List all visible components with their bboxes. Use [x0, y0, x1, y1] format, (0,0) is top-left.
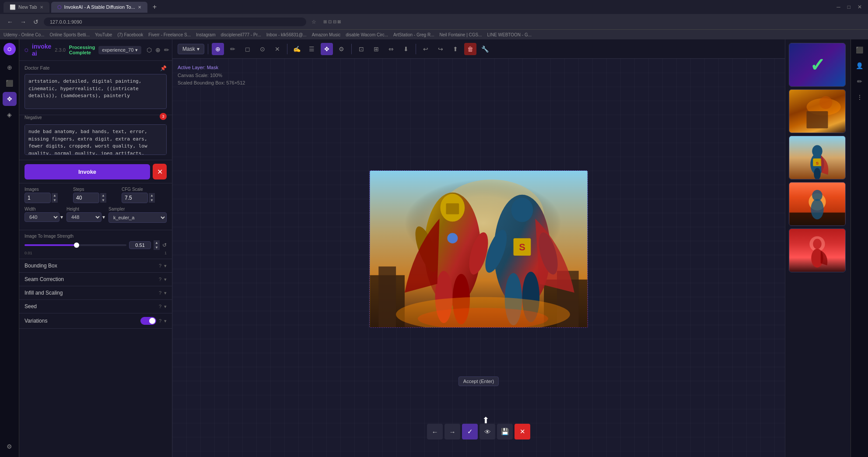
strength-up[interactable]: ▲: [154, 240, 160, 245]
mask-selector[interactable]: Mask ▾: [178, 44, 204, 54]
tool-crosshair[interactable]: ✥: [321, 43, 333, 55]
tool-wrench[interactable]: 🔧: [479, 43, 491, 55]
thumbnail-2[interactable]: [789, 89, 846, 133]
tool-upload[interactable]: ⬆: [449, 43, 462, 55]
tool-move[interactable]: ⊕: [212, 43, 224, 55]
bookmark-star[interactable]: ☆: [312, 19, 316, 25]
bounding-box-question-icon[interactable]: ?: [159, 263, 161, 268]
bookmark-item-disciple[interactable]: discipleneil777 - Pr...: [220, 32, 261, 37]
tool-download[interactable]: ⬇: [400, 43, 412, 55]
right-icon-1[interactable]: ⬛: [853, 43, 867, 57]
variations-header[interactable]: Variations ? ▾: [19, 313, 172, 328]
steps-down[interactable]: ▼: [100, 198, 106, 203]
tab-invoke-close[interactable]: ✕: [138, 5, 141, 10]
tool-close[interactable]: ✕: [271, 43, 284, 55]
tool-brush[interactable]: ✏: [227, 43, 239, 55]
sidebar-icon-generate[interactable]: ⊕: [3, 60, 17, 74]
tool-flip[interactable]: ⇔: [385, 43, 397, 55]
bookmark-item-fiverr[interactable]: Fiverr - Freelance S...: [148, 32, 191, 37]
cancel-button[interactable]: ✕: [153, 164, 167, 179]
steps-up[interactable]: ▲: [100, 193, 106, 198]
bookmark-item-artstation[interactable]: ArtStation - Greg R...: [393, 32, 434, 37]
tool-menu[interactable]: ☰: [306, 43, 318, 55]
seam-question-icon[interactable]: ?: [159, 277, 161, 282]
tool-redo[interactable]: ↪: [434, 43, 447, 55]
back-button[interactable]: ←: [5, 18, 15, 26]
close-button[interactable]: ✕: [514, 424, 530, 439]
variations-toggle[interactable]: [140, 317, 156, 325]
bookmark-item-webtoon[interactable]: LINE WEBTOON - G...: [487, 32, 532, 37]
infill-scaling-header[interactable]: Infill and Scaling ? ▾: [19, 286, 172, 299]
window-close[interactable]: ✕: [858, 4, 862, 10]
seed-header[interactable]: Seed ? ▾: [19, 300, 172, 313]
images-up[interactable]: ▲: [52, 193, 58, 198]
refresh-button[interactable]: ↺: [32, 18, 40, 26]
right-icon-2[interactable]: 👤: [853, 59, 867, 73]
forward-button[interactable]: →: [18, 18, 28, 26]
window-minimize[interactable]: ─: [836, 4, 840, 10]
sampler-select[interactable]: k_euler_a: [108, 212, 167, 223]
header-icon-3[interactable]: ✏: [164, 46, 169, 53]
tool-eraser[interactable]: ◻: [242, 43, 254, 55]
tool-settings[interactable]: ⚙: [336, 43, 348, 55]
tool-copy[interactable]: ⊡: [355, 43, 368, 55]
strength-input[interactable]: [129, 241, 151, 249]
pin-icon[interactable]: 📌: [160, 65, 167, 71]
cfg-down[interactable]: ▼: [149, 198, 155, 203]
model-selector[interactable]: experience_70 ▾: [98, 46, 141, 54]
tool-paste[interactable]: ⊞: [370, 43, 382, 55]
tool-delete[interactable]: 🗑: [464, 43, 476, 55]
strength-slider[interactable]: [24, 244, 126, 246]
bookmark-item-wacom[interactable]: disable Wacom Circ...: [346, 32, 388, 37]
cfg-up[interactable]: ▲: [149, 193, 155, 198]
width-select[interactable]: 640: [24, 212, 60, 222]
bookmark-item-sports[interactable]: Online Sports Betti...: [49, 32, 90, 37]
infill-question-icon[interactable]: ?: [159, 290, 161, 295]
bookmark-item-instagram[interactable]: Instagram: [196, 32, 215, 37]
bookmark-item-facebook[interactable]: (7) Facebook: [117, 32, 143, 37]
tool-zoom[interactable]: ⊙: [256, 43, 269, 55]
new-tab-button[interactable]: +: [149, 2, 160, 12]
header-icon-2[interactable]: ⊕: [155, 46, 161, 53]
right-icon-3[interactable]: ✏: [853, 74, 867, 88]
tool-undo[interactable]: ↩: [420, 43, 432, 55]
bookmark-item-youtube[interactable]: YouTube: [95, 32, 112, 37]
height-select[interactable]: 448: [66, 212, 102, 222]
bookmark-item-amazon[interactable]: Amazon Music: [312, 32, 341, 37]
variations-question-icon[interactable]: ?: [159, 318, 161, 323]
accept-button[interactable]: ✓: [462, 424, 478, 439]
thumbnail-3[interactable]: S: [789, 136, 846, 179]
steps-input[interactable]: [73, 193, 99, 203]
sidebar-icon-canvas[interactable]: ✥: [3, 92, 17, 106]
strength-reset-icon[interactable]: ↺: [162, 242, 167, 248]
sidebar-icon-settings[interactable]: ⚙: [3, 439, 17, 453]
thumbnail-1[interactable]: ✓: [789, 43, 846, 87]
tab-new-tab-close[interactable]: ✕: [40, 5, 43, 10]
tab-invokea[interactable]: ⬡ InvokeAI - A Stable Diffusion To... ✕: [51, 2, 147, 13]
negative-prompt-input[interactable]: nude bad anatomy, bad hands, text, error…: [24, 124, 167, 155]
app-logo-icon[interactable]: ⬡: [4, 43, 16, 55]
seam-correction-header[interactable]: Seam Correction ? ▾: [19, 273, 172, 286]
next-button[interactable]: →: [444, 424, 460, 439]
tab-new-tab[interactable]: ⬜ New Tab ✕: [4, 2, 49, 13]
thumbnail-4[interactable]: [789, 182, 846, 226]
window-maximize[interactable]: □: [847, 4, 850, 10]
invoke-button[interactable]: Invoke: [24, 164, 150, 179]
prev-button[interactable]: ←: [427, 424, 443, 439]
positive-prompt-input[interactable]: artstation, detailed, digital painting, …: [24, 74, 167, 109]
bookmark-item-neil[interactable]: Neil Fontaine | CGS...: [439, 32, 482, 37]
sidebar-icon-gallery[interactable]: ⬛: [3, 76, 17, 90]
save-button[interactable]: 💾: [497, 424, 513, 439]
cfg-input[interactable]: [122, 193, 148, 203]
url-bar[interactable]: 127.0.0.1:9090: [44, 18, 306, 26]
tool-pencil[interactable]: ✍: [291, 43, 303, 55]
bounding-box-header[interactable]: Bounding Box ? ▾: [19, 259, 172, 272]
sidebar-icon-nodes[interactable]: ◈: [3, 108, 17, 122]
bookmark-item-inbox[interactable]: Inbox - klk56831@...: [266, 32, 307, 37]
strength-down[interactable]: ▼: [154, 245, 160, 250]
header-icon-1[interactable]: ⬡: [147, 46, 152, 53]
images-input[interactable]: [24, 193, 51, 203]
thumbnail-5[interactable]: [789, 228, 846, 272]
bookmark-item-udemy[interactable]: Udemy - Online Co...: [4, 32, 44, 37]
seed-question-icon[interactable]: ?: [159, 304, 161, 309]
